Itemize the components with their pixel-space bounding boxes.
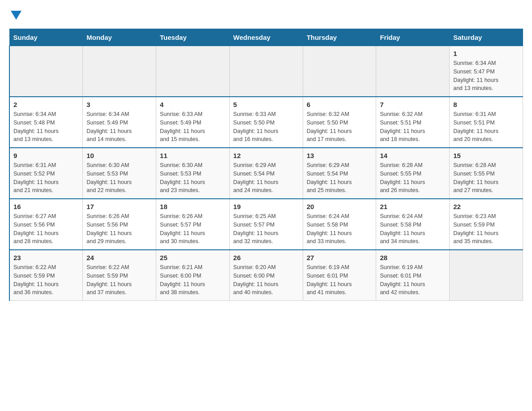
calendar-cell: 13Sunrise: 6:29 AMSunset: 5:54 PMDayligh…	[303, 148, 376, 199]
day-number: 4	[160, 101, 226, 108]
day-number: 27	[307, 254, 373, 261]
calendar-cell: 17Sunrise: 6:26 AMSunset: 5:56 PMDayligh…	[83, 199, 156, 250]
day-info: Sunrise: 6:32 AMSunset: 5:51 PMDaylight:…	[380, 110, 446, 144]
day-info: Sunrise: 6:26 AMSunset: 5:56 PMDaylight:…	[86, 212, 152, 246]
day-number: 19	[233, 203, 299, 210]
calendar-week-row: 23Sunrise: 6:22 AMSunset: 5:59 PMDayligh…	[9, 250, 523, 301]
day-info: Sunrise: 6:23 AMSunset: 5:59 PMDaylight:…	[453, 212, 519, 246]
header-monday: Monday	[83, 29, 156, 46]
logo-triangle-icon	[11, 11, 21, 20]
day-number: 13	[307, 152, 373, 159]
day-number: 21	[380, 203, 446, 210]
day-number: 15	[453, 152, 519, 159]
day-info: Sunrise: 6:34 AMSunset: 5:49 PMDaylight:…	[86, 110, 152, 144]
calendar-cell: 28Sunrise: 6:19 AMSunset: 6:01 PMDayligh…	[376, 250, 450, 301]
day-info: Sunrise: 6:31 AMSunset: 5:52 PMDaylight:…	[13, 161, 79, 195]
day-info: Sunrise: 6:29 AMSunset: 5:54 PMDaylight:…	[307, 161, 373, 195]
calendar-cell: 8Sunrise: 6:31 AMSunset: 5:51 PMDaylight…	[450, 97, 523, 148]
calendar-cell	[303, 46, 376, 97]
calendar-week-row: 9Sunrise: 6:31 AMSunset: 5:52 PMDaylight…	[9, 148, 523, 199]
day-info: Sunrise: 6:19 AMSunset: 6:01 PMDaylight:…	[307, 263, 373, 297]
day-number: 23	[13, 254, 79, 261]
day-number: 2	[13, 101, 79, 108]
day-number: 24	[86, 254, 152, 261]
day-number: 16	[13, 203, 79, 210]
day-number: 10	[86, 152, 152, 159]
day-number: 18	[160, 203, 226, 210]
calendar-cell: 11Sunrise: 6:30 AMSunset: 5:53 PMDayligh…	[156, 148, 230, 199]
day-number: 12	[233, 152, 299, 159]
calendar-cell: 4Sunrise: 6:33 AMSunset: 5:49 PMDaylight…	[156, 97, 230, 148]
day-info: Sunrise: 6:25 AMSunset: 5:57 PMDaylight:…	[233, 212, 299, 246]
calendar-week-row: 16Sunrise: 6:27 AMSunset: 5:56 PMDayligh…	[9, 199, 523, 250]
calendar-cell: 27Sunrise: 6:19 AMSunset: 6:01 PMDayligh…	[303, 250, 376, 301]
calendar-table: Sunday Monday Tuesday Wednesday Thursday…	[9, 29, 523, 301]
day-info: Sunrise: 6:22 AMSunset: 5:59 PMDaylight:…	[13, 263, 79, 297]
calendar-cell: 14Sunrise: 6:28 AMSunset: 5:55 PMDayligh…	[376, 148, 450, 199]
calendar-cell: 3Sunrise: 6:34 AMSunset: 5:49 PMDaylight…	[83, 97, 156, 148]
calendar-cell	[156, 46, 230, 97]
day-number: 11	[160, 152, 226, 159]
calendar-cell: 2Sunrise: 6:34 AMSunset: 5:48 PMDaylight…	[9, 97, 83, 148]
day-info: Sunrise: 6:32 AMSunset: 5:50 PMDaylight:…	[307, 110, 373, 144]
day-number: 7	[380, 101, 446, 108]
day-info: Sunrise: 6:20 AMSunset: 6:00 PMDaylight:…	[233, 263, 299, 297]
day-info: Sunrise: 6:21 AMSunset: 6:00 PMDaylight:…	[160, 263, 226, 297]
calendar-cell: 1Sunrise: 6:34 AMSunset: 5:47 PMDaylight…	[450, 46, 523, 97]
calendar-cell: 20Sunrise: 6:24 AMSunset: 5:58 PMDayligh…	[303, 199, 376, 250]
calendar-cell: 15Sunrise: 6:28 AMSunset: 5:55 PMDayligh…	[450, 148, 523, 199]
day-number: 8	[453, 101, 519, 108]
calendar-cell: 21Sunrise: 6:24 AMSunset: 5:58 PMDayligh…	[376, 199, 450, 250]
day-number: 14	[380, 152, 446, 159]
day-info: Sunrise: 6:22 AMSunset: 5:59 PMDaylight:…	[86, 263, 152, 297]
page-header	[9, 9, 523, 20]
calendar-cell: 16Sunrise: 6:27 AMSunset: 5:56 PMDayligh…	[9, 199, 83, 250]
day-info: Sunrise: 6:28 AMSunset: 5:55 PMDaylight:…	[380, 161, 446, 195]
day-number: 25	[160, 254, 226, 261]
calendar-cell: 22Sunrise: 6:23 AMSunset: 5:59 PMDayligh…	[450, 199, 523, 250]
calendar-cell: 6Sunrise: 6:32 AMSunset: 5:50 PMDaylight…	[303, 97, 376, 148]
calendar-cell: 25Sunrise: 6:21 AMSunset: 6:00 PMDayligh…	[156, 250, 230, 301]
header-friday: Friday	[376, 29, 450, 46]
day-number: 6	[307, 101, 373, 108]
day-info: Sunrise: 6:30 AMSunset: 5:53 PMDaylight:…	[160, 161, 226, 195]
calendar-cell: 9Sunrise: 6:31 AMSunset: 5:52 PMDaylight…	[9, 148, 83, 199]
header-saturday: Saturday	[450, 29, 523, 46]
header-thursday: Thursday	[303, 29, 376, 46]
header-sunday: Sunday	[9, 29, 83, 46]
weekday-header-row: Sunday Monday Tuesday Wednesday Thursday…	[9, 29, 523, 46]
calendar-cell: 18Sunrise: 6:26 AMSunset: 5:57 PMDayligh…	[156, 199, 230, 250]
calendar-cell: 7Sunrise: 6:32 AMSunset: 5:51 PMDaylight…	[376, 97, 450, 148]
calendar-cell: 19Sunrise: 6:25 AMSunset: 5:57 PMDayligh…	[229, 199, 303, 250]
day-info: Sunrise: 6:31 AMSunset: 5:51 PMDaylight:…	[453, 110, 519, 144]
calendar-cell: 23Sunrise: 6:22 AMSunset: 5:59 PMDayligh…	[9, 250, 83, 301]
day-number: 1	[453, 50, 519, 57]
day-info: Sunrise: 6:26 AMSunset: 5:57 PMDaylight:…	[160, 212, 226, 246]
day-info: Sunrise: 6:29 AMSunset: 5:54 PMDaylight:…	[233, 161, 299, 195]
day-info: Sunrise: 6:24 AMSunset: 5:58 PMDaylight:…	[380, 212, 446, 246]
calendar-cell: 5Sunrise: 6:33 AMSunset: 5:50 PMDaylight…	[229, 97, 303, 148]
calendar-cell	[229, 46, 303, 97]
day-number: 20	[307, 203, 373, 210]
day-info: Sunrise: 6:28 AMSunset: 5:55 PMDaylight:…	[453, 161, 519, 195]
day-number: 3	[86, 101, 152, 108]
day-info: Sunrise: 6:27 AMSunset: 5:56 PMDaylight:…	[13, 212, 79, 246]
calendar-cell: 24Sunrise: 6:22 AMSunset: 5:59 PMDayligh…	[83, 250, 156, 301]
header-tuesday: Tuesday	[156, 29, 230, 46]
calendar-week-row: 2Sunrise: 6:34 AMSunset: 5:48 PMDaylight…	[9, 97, 523, 148]
calendar-cell: 26Sunrise: 6:20 AMSunset: 6:00 PMDayligh…	[229, 250, 303, 301]
day-number: 26	[233, 254, 299, 261]
day-number: 22	[453, 203, 519, 210]
day-number: 9	[13, 152, 79, 159]
calendar-cell: 12Sunrise: 6:29 AMSunset: 5:54 PMDayligh…	[229, 148, 303, 199]
calendar-cell	[83, 46, 156, 97]
day-info: Sunrise: 6:24 AMSunset: 5:58 PMDaylight:…	[307, 212, 373, 246]
logo	[9, 9, 21, 20]
calendar-cell: 10Sunrise: 6:30 AMSunset: 5:53 PMDayligh…	[83, 148, 156, 199]
day-info: Sunrise: 6:30 AMSunset: 5:53 PMDaylight:…	[86, 161, 152, 195]
calendar-cell	[9, 46, 83, 97]
calendar-cell	[376, 46, 450, 97]
header-wednesday: Wednesday	[229, 29, 303, 46]
day-info: Sunrise: 6:33 AMSunset: 5:50 PMDaylight:…	[233, 110, 299, 144]
day-info: Sunrise: 6:34 AMSunset: 5:47 PMDaylight:…	[453, 59, 519, 93]
